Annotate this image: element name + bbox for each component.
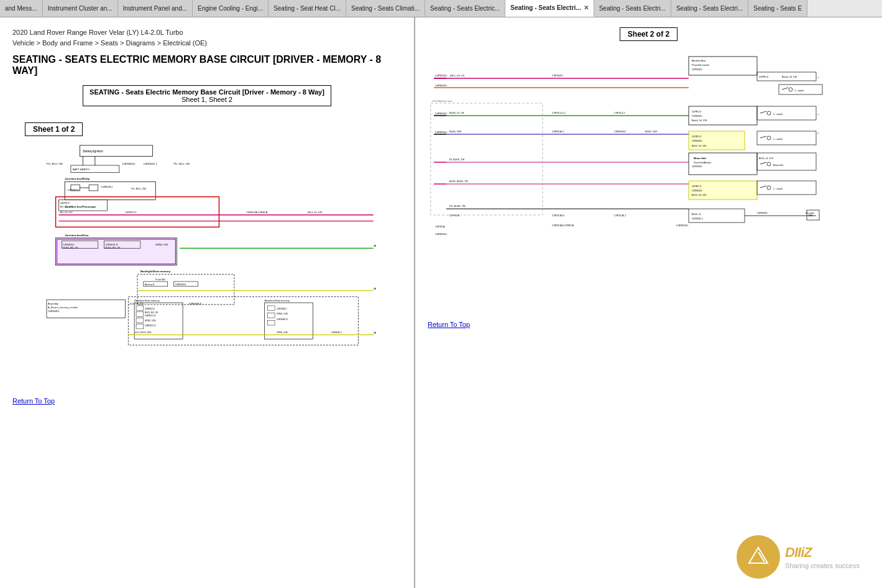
svg-text:C4R6031J: C4R6031J <box>68 188 79 191</box>
svg-rect-139 <box>689 209 745 223</box>
svg-rect-135 <box>757 181 816 195</box>
tab-and-mess[interactable]: and Mess... <box>0 0 43 17</box>
diagram-title-box: SEATING - Seats Electric Memory Base Cir… <box>83 85 331 106</box>
watermark-logo-circle <box>737 535 780 579</box>
svg-text:BLK3, BG, VK: BLK3, BG, VK <box>145 311 158 314</box>
svg-text:BLK4, U4, V18: BLK4, U4, V18 <box>692 145 706 147</box>
svg-text:Motor-fold: Motor-fold <box>773 164 783 167</box>
svg-text:Memory-E: Memory-E <box>145 283 155 286</box>
svg-text:C3P5CA-J: C3P5CA-J <box>614 214 626 217</box>
svg-line-111 <box>760 111 766 113</box>
svg-text:C3P6GFJ: C3P6GFJ <box>552 74 563 77</box>
svg-text:PU, BLU, GD: PU, BLU, GD <box>173 162 190 165</box>
svg-text:BLK4, U4, V18: BLK4, U4, V18 <box>692 194 706 196</box>
tab-seat-heat[interactable]: Seating - Seat Heat Cl... <box>269 0 346 17</box>
svg-text:C4R6031J: C4R6031J <box>145 308 155 310</box>
svg-text:Junction box/Relay: Junction box/Relay <box>65 177 90 180</box>
svg-rect-60 <box>136 318 144 323</box>
svg-text:BLK5, BLK6, T/K: BLK5, BLK6, T/K <box>449 180 468 183</box>
svg-text:C4R6045J: C4R6045J <box>435 232 447 236</box>
svg-text:C3P5CLU-C: C3P5CLU-C <box>552 111 566 114</box>
svg-text:A_Sensor_memory_module: A_Sensor_memory_module <box>48 306 78 309</box>
vehicle-info: 2020 Land Rover Range Rover Velar (LY) L… <box>12 27 402 48</box>
svg-text:C4R6045J: C4R6045J <box>48 310 59 313</box>
sheet1-label: Sheet 1 of 2 <box>25 122 83 136</box>
svg-rect-59 <box>136 312 144 317</box>
tab-seats-electric1[interactable]: Seating - Seats Electric... <box>425 0 505 17</box>
svg-rect-55 <box>128 296 358 345</box>
watermark-subtext: Sharing creates success <box>785 562 860 569</box>
svg-text:PU, BLU, 250: PU, BLU, 250 <box>131 187 146 190</box>
tab-seats-climati[interactable]: Seating - Seats Climati... <box>346 0 425 17</box>
diagram-title: SEATING - Seats Electric Memory Base Cir… <box>90 88 324 96</box>
svg-line-99 <box>782 88 788 90</box>
svg-text:C4PR5-G: C4PR5-G <box>692 185 701 188</box>
svg-text:C4R6045J: C4R6045J <box>435 112 447 115</box>
tab-seats-electric2[interactable]: Seating - Seats Electri... <box>594 0 671 17</box>
tab-instrument-panel[interactable]: Instrument Panel and... <box>118 0 193 17</box>
circuit-svg-sheet1: Battery/Ignition BATT EARTH PU, BLU, GD … <box>30 142 384 372</box>
svg-rect-70 <box>267 306 275 311</box>
svg-text:C3R6045J: C3R6045J <box>692 115 702 117</box>
svg-point-137 <box>767 186 771 190</box>
svg-text:C4R5045J: C4R5045J <box>692 68 702 71</box>
svg-text:1◦◦ switch: 1◦◦ switch <box>773 113 783 116</box>
svg-text:C4PR5-G: C4PR5-G <box>692 111 701 113</box>
svg-rect-14 <box>89 185 98 191</box>
svg-point-120 <box>767 136 771 140</box>
svg-text:C3R6045J: C3R6045J <box>692 140 702 142</box>
svg-rect-69 <box>265 303 313 339</box>
svg-text:C4R6031-D: C4R6031-D <box>145 324 156 327</box>
circuit-svg-sheet2: +BL3, LH, V4 C3P6GFJ Module-Best Powerfo… <box>428 53 825 302</box>
main-content: 2020 Land Rover Range Rover Velar (LY) L… <box>0 17 882 588</box>
vehicle-year-model: 2020 Land Rover Range Rover Velar (LY) L… <box>12 27 402 38</box>
tab-seats-e[interactable]: Seating - Seats E <box>748 0 807 17</box>
tab-instrument-cluster[interactable]: Instrument Cluster an... <box>43 0 118 17</box>
svg-text:Module-Best: Module-Best <box>692 59 706 62</box>
svg-text:Battery/Ignition: Battery/Ignition <box>83 150 103 153</box>
svg-text:C4R6045J: C4R6045J <box>435 84 447 87</box>
svg-rect-126 <box>757 153 816 170</box>
svg-text:→: → <box>816 113 820 116</box>
svg-text:Powerfold-module: Powerfold-module <box>692 64 709 67</box>
svg-text:Backlight/Seat memory: Backlight/Seat memory <box>140 270 171 273</box>
svg-text:C3R6045J: C3R6045J <box>614 130 626 133</box>
svg-text:C3R6C3A-C3R6CA: C3R6C3A-C3R6CA <box>246 211 267 214</box>
watermark-logo-svg <box>746 544 771 569</box>
tab-seats-electric-active[interactable]: Seating - Seats Electri... ✕ <box>505 0 594 17</box>
breadcrumb: Vehicle > Body and Frame > Seats > Diagr… <box>12 38 402 48</box>
tab-seats-electric3[interactable]: Seating - Seats Electri... <box>671 0 748 17</box>
svg-text:C4R6031-D: C4R6031-D <box>145 315 156 317</box>
return-top-right[interactable]: Return To Top <box>428 321 470 328</box>
svg-text:C3R6CA-C: C3R6CA-C <box>552 130 564 133</box>
watermark: DIIiZ Sharing creates success <box>720 532 876 582</box>
svg-text:BLK4, L4, V4: BLK4, L4, V4 <box>449 111 464 114</box>
svg-text:BLK4, G56: BLK4, G56 <box>449 130 462 133</box>
svg-text:C4PR1-F1: C4PR1-F1 <box>126 211 137 214</box>
svg-text:⊕: ⊕ <box>374 287 376 290</box>
svg-text:BLK4, L4, V18: BLK4, L4, V18 <box>759 157 773 160</box>
svg-text:GRN5, G56: GRN5, G56 <box>155 243 168 246</box>
svg-text:C4PR5-G: C4PR5-G <box>759 76 768 78</box>
svg-point-100 <box>789 88 792 91</box>
svg-text:C4R6045J: C4R6045J <box>676 224 688 227</box>
return-top-left[interactable]: Return To Top <box>12 397 55 405</box>
tab-close-icon[interactable]: ✕ <box>584 4 589 11</box>
sheet2-label: Sheet 2 of 2 <box>620 27 678 41</box>
svg-text:→: → <box>816 131 820 135</box>
svg-text:GRN5, G46: GRN5, G46 <box>277 331 288 334</box>
svg-text:C4R6040-D: C4R6040-D <box>175 283 186 286</box>
svg-text:BLK6, BD, VK: BLK6, BD, VK <box>105 246 121 249</box>
tab-engine-cooling[interactable]: Engine Cooling - Engi... <box>193 0 269 17</box>
svg-text:1◦◦ switch: 1◦◦ switch <box>773 138 783 140</box>
sheet1-circuit-diagram: Battery/Ignition BATT EARTH PU, BLU, GD … <box>30 142 384 372</box>
svg-rect-58 <box>136 306 144 311</box>
svg-text:C4R6031J: C4R6031J <box>101 185 113 188</box>
svg-text:C3R6CA4-C3R6CA: C3R6CA4-C3R6CA <box>552 224 574 227</box>
page-title: SEATING - SEATS ELECTRIC MEMORY BASE CIR… <box>12 54 402 76</box>
svg-rect-71 <box>267 313 275 318</box>
svg-line-136 <box>760 186 766 188</box>
svg-text:Backdoor/Seat memory: Backdoor/Seat memory <box>134 299 160 302</box>
svg-text:C4R6040-D: C4R6040-D <box>189 302 202 305</box>
svg-text:C4R6040-J: C4R6040-J <box>331 331 342 334</box>
